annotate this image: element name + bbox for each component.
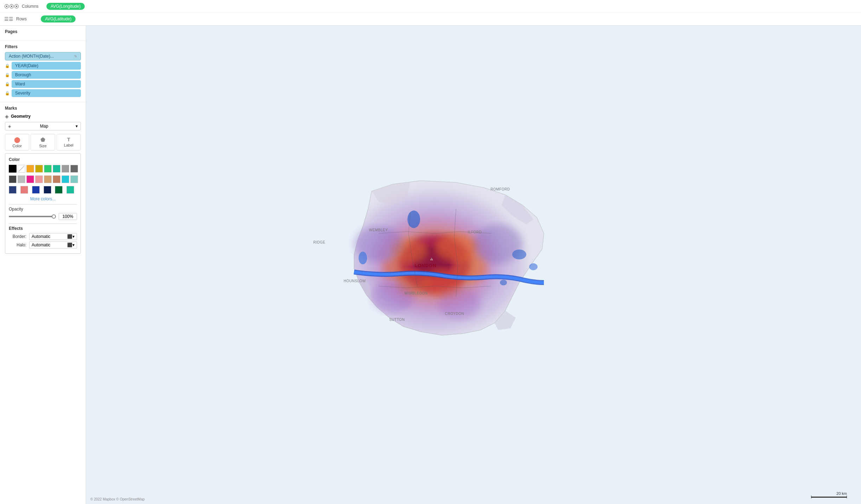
columns-pill[interactable]: AVG(Longitude): [46, 3, 85, 10]
opacity-slider-thumb[interactable]: [52, 214, 56, 219]
swatch-gold[interactable]: [35, 165, 43, 173]
marks-buttons: ⬤ Color ⬟ Size T Label: [5, 134, 81, 150]
label-hounslow: HOUNSLOW: [344, 279, 366, 283]
halo-row: Halo: Automatic ⬛▾: [9, 241, 77, 248]
map-dropdown-chevron: ▾: [76, 124, 78, 129]
swatch-blue[interactable]: [32, 186, 40, 194]
swatch-black[interactable]: [9, 165, 17, 173]
filter-action-label: Action (MONTH(Date)...: [9, 54, 54, 59]
map-dropdown-label: Map: [40, 124, 48, 129]
filter-action[interactable]: Action (MONTH(Date)... ✎: [5, 52, 81, 60]
svg-point-14: [407, 211, 420, 228]
filter-borough-lock-icon: 🔒: [5, 73, 10, 77]
pages-section: Pages: [0, 26, 86, 41]
copyright: © 2022 Mapbox © OpenStreetMap: [90, 497, 144, 501]
scale-tick-right: [847, 496, 847, 498]
filter-severity-tag[interactable]: Severity: [12, 89, 81, 97]
color-swatches-row1: [9, 165, 77, 173]
swatch-dark-green[interactable]: [55, 186, 63, 194]
effects-title: Effects: [9, 226, 77, 231]
swatch-mint[interactable]: [70, 175, 78, 183]
map-type-dropdown[interactable]: ◈ Map ▾: [5, 122, 81, 130]
swatch-teal[interactable]: [53, 165, 60, 173]
columns-label: Columns: [22, 4, 46, 9]
swatch-brown[interactable]: [53, 175, 60, 183]
opacity-input[interactable]: [59, 213, 77, 220]
label-romford: ROMFORD: [490, 187, 510, 191]
filters-title: Filters: [5, 44, 81, 49]
swatch-teal2[interactable]: [66, 186, 74, 194]
rows-pill[interactable]: AVG(Latitude): [41, 15, 76, 22]
label-wembley: WEMBLEY: [369, 228, 388, 232]
opacity-slider[interactable]: [9, 216, 56, 217]
halo-value: Automatic: [32, 243, 50, 247]
swatch-cyan[interactable]: [62, 175, 69, 183]
filter-action-tag[interactable]: Action (MONTH(Date)... ✎: [5, 52, 81, 60]
halo-dropdown-icon: ⬛▾: [67, 243, 75, 247]
filter-borough-tag[interactable]: Borough: [12, 71, 81, 79]
filter-action-edit-icon[interactable]: ✎: [74, 54, 77, 58]
filter-year-lock-icon: 🔒: [5, 64, 10, 68]
geometry-icon: ◈: [5, 114, 9, 119]
border-select[interactable]: Automatic ⬛▾: [29, 233, 77, 240]
filter-ward[interactable]: 🔒 Ward: [5, 80, 81, 88]
label-croydon: CROYDON: [445, 312, 464, 316]
map-area: ⛪ ROMFORD ILFORD WEMBLEY RIDGE LONDON HO…: [86, 26, 861, 504]
filter-year-label: YEAR(Date): [15, 63, 38, 68]
scale-bar: 20 km: [811, 491, 847, 498]
halo-select[interactable]: Automatic ⬛▾: [29, 241, 77, 248]
svg-point-16: [512, 250, 526, 259]
swatch-charcoal[interactable]: [9, 175, 17, 183]
label-sutton: SUTTON: [389, 318, 405, 322]
sidebar: Pages Filters Action (MONTH(Date)... ✎ 🔒…: [0, 26, 86, 504]
swatch-dark-gray[interactable]: [70, 165, 78, 173]
border-value: Automatic: [32, 234, 50, 239]
swatch-dark-blue[interactable]: [44, 186, 51, 194]
size-button[interactable]: ⬟ Size: [31, 134, 55, 150]
more-colors-link[interactable]: More colors...: [9, 196, 77, 201]
filter-year[interactable]: 🔒 YEAR(Date): [5, 62, 81, 70]
effects-divider: [9, 224, 77, 224]
scale-line: [811, 496, 847, 498]
swatch-white[interactable]: [18, 165, 25, 173]
size-button-icon: ⬟: [40, 136, 45, 143]
opacity-label: Opacity: [9, 207, 77, 212]
rows-label: Rows: [16, 17, 41, 21]
label-button[interactable]: T Label: [57, 134, 81, 150]
swatch-gray[interactable]: [62, 165, 69, 173]
opacity-row: [9, 213, 77, 220]
swatch-navy[interactable]: [9, 186, 17, 194]
color-panel: Color: [5, 153, 81, 254]
label-london: LONDON: [415, 263, 436, 268]
color-button-icon: ⬤: [14, 136, 20, 143]
scale-fill: [811, 497, 847, 498]
svg-point-18: [500, 280, 507, 285]
swatch-light-gray[interactable]: [18, 175, 25, 183]
filter-borough[interactable]: 🔒 Borough: [5, 71, 81, 79]
swatch-pink[interactable]: [26, 175, 34, 183]
svg-text:⛪: ⛪: [429, 257, 433, 261]
filter-ward-tag[interactable]: Ward: [12, 80, 81, 88]
color-divider: [9, 204, 77, 205]
geometry-row: ◈ Geometry: [5, 114, 81, 119]
columns-icon: ⦿⦿⦿: [4, 4, 19, 9]
filters-section: Filters Action (MONTH(Date)... ✎ 🔒 YEAR(…: [0, 41, 86, 102]
scale-label: 20 km: [836, 491, 847, 496]
color-swatches-row2: [9, 175, 77, 183]
svg-point-15: [359, 252, 367, 264]
swatch-light-pink[interactable]: [35, 175, 43, 183]
swatch-salmon[interactable]: [20, 186, 28, 194]
label-button-icon: T: [67, 136, 70, 142]
filter-severity[interactable]: 🔒 Severity: [5, 89, 81, 97]
main-area: Pages Filters Action (MONTH(Date)... ✎ 🔒…: [0, 26, 861, 504]
label-ilford: ILFORD: [468, 230, 482, 234]
swatch-green[interactable]: [44, 165, 52, 173]
filter-year-tag[interactable]: YEAR(Date): [12, 62, 81, 70]
map-canvas: ⛪ ROMFORD ILFORD WEMBLEY RIDGE LONDON HO…: [86, 26, 861, 504]
color-button[interactable]: ⬤ Color: [5, 134, 29, 150]
map-dropdown-icon: ◈: [8, 124, 11, 129]
swatch-orange[interactable]: [26, 165, 34, 173]
swatch-tan[interactable]: [44, 175, 52, 183]
halo-label: Halo:: [9, 243, 26, 247]
marks-section: Marks ◈ Geometry ◈ Map ▾ ⬤ Color ⬟ Size: [0, 102, 86, 257]
